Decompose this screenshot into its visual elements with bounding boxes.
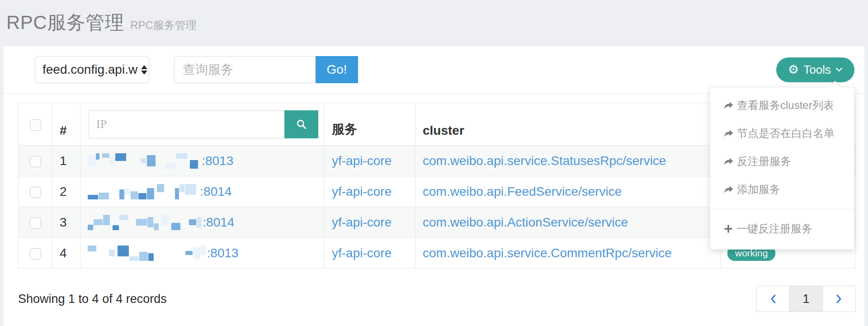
row-checkbox[interactable] (30, 187, 41, 198)
service-link[interactable]: yf-api-core (332, 215, 392, 229)
share-arrow-icon (724, 129, 733, 138)
row-checkbox[interactable] (30, 248, 41, 260)
row-checkbox[interactable] (30, 217, 41, 229)
menu-item-label: 一键反注册服务 (736, 222, 812, 236)
service-search-group: Go! (174, 56, 358, 83)
select-all-checkbox[interactable] (30, 119, 41, 131)
ip-port: :8013 (207, 246, 239, 260)
ip-link[interactable]: :8013 (88, 153, 324, 169)
prev-page-button[interactable] (756, 286, 790, 312)
column-header-cluster: cluster (415, 103, 721, 146)
chevron-left-icon (770, 294, 776, 304)
menu-item-label: 节点是否在白白名单 (737, 126, 835, 141)
service-search-input[interactable] (174, 56, 316, 83)
select-arrows-icon (141, 65, 147, 75)
row-index: 1 (52, 146, 80, 176)
share-arrow-icon (724, 157, 733, 166)
records-summary: Showing 1 to 4 of 4 records (18, 292, 167, 306)
column-header-index: # (52, 103, 80, 146)
service-select[interactable]: feed.config.api.w (35, 56, 149, 83)
ip-search-button[interactable] (284, 110, 318, 138)
tools-button[interactable]: ⚙ Tools (776, 57, 854, 82)
menu-item-label: 添加服务 (737, 182, 780, 197)
row-index: 3 (52, 207, 80, 238)
pagination: 1 (757, 286, 856, 312)
share-arrow-icon (724, 101, 733, 110)
cluster-link[interactable]: com.weibo.api.service.CommentRpc/service (423, 246, 672, 260)
page-header: RPC服务管理 RPC服务管理 (0, 0, 868, 46)
redacted-ip-mosaic (88, 246, 206, 261)
next-page-button[interactable] (822, 286, 856, 312)
menu-item-view-cluster-list[interactable]: 查看服务cluster列表 (710, 91, 854, 119)
row-checkbox[interactable] (30, 156, 41, 167)
service-link[interactable]: yf-api-core (332, 184, 392, 198)
ip-link[interactable]: :8013 (88, 246, 324, 261)
ip-filter-group (89, 110, 324, 138)
chevron-right-icon (836, 294, 842, 304)
page-subtitle: RPC服务管理 (130, 18, 197, 33)
row-index: 4 (52, 238, 80, 269)
redacted-ip-mosaic (88, 153, 201, 169)
service-link[interactable]: yf-api-core (332, 246, 392, 260)
menu-item-node-whitelist[interactable]: 节点是否在白白名单 (710, 119, 854, 147)
gear-icon: ⚙ (788, 64, 799, 76)
column-header-service: 服务 (325, 103, 415, 146)
service-select-value: feed.config.api.w (42, 62, 137, 77)
redacted-ip-mosaic (88, 184, 199, 199)
ip-filter-input[interactable] (89, 110, 284, 138)
page-title: RPC服务管理 (6, 10, 124, 35)
menu-item-one-click-unregister[interactable]: 一键反注册服务 (710, 215, 854, 243)
menu-item-add-service[interactable]: 添加服务 (710, 175, 854, 203)
go-button[interactable]: Go! (316, 56, 358, 83)
ip-port: :8013 (202, 154, 233, 168)
tools-button-label: Tools (803, 63, 831, 77)
menu-item-label: 反注册服务 (737, 154, 791, 169)
current-page-button[interactable]: 1 (789, 286, 823, 312)
cluster-link[interactable]: com.weibo.api.ActionService/service (423, 215, 628, 229)
table-footer: Showing 1 to 4 of 4 records 1 (18, 286, 856, 312)
toolbar: feed.config.api.w Go! ⚙ Tools 查看服务cluste… (4, 46, 864, 94)
tools-dropdown-menu: 查看服务cluster列表 节点是否在白白名单 反注册服务 添加服务 (710, 87, 854, 250)
ip-port: :8014 (200, 184, 231, 199)
row-index: 2 (52, 176, 80, 207)
ip-link[interactable]: :8014 (88, 184, 324, 199)
main-panel: feed.config.api.w Go! ⚙ Tools 查看服务cluste… (4, 46, 864, 326)
cluster-link[interactable]: com.weibo.api.service.StatusesRpc/servic… (423, 154, 666, 168)
menu-item-label: 查看服务cluster列表 (737, 98, 834, 113)
plus-icon (724, 224, 733, 233)
menu-item-unregister-service[interactable]: 反注册服务 (710, 147, 854, 175)
cluster-link[interactable]: com.weibo.api.FeedService/service (423, 184, 622, 198)
share-arrow-icon (724, 185, 733, 194)
menu-divider (710, 209, 854, 209)
chevron-down-icon (835, 67, 843, 72)
service-link[interactable]: yf-api-core (332, 154, 392, 168)
ip-port: :8014 (203, 215, 234, 230)
ip-link[interactable]: :8014 (88, 215, 324, 230)
redacted-ip-mosaic (88, 215, 202, 230)
search-icon (296, 118, 307, 130)
